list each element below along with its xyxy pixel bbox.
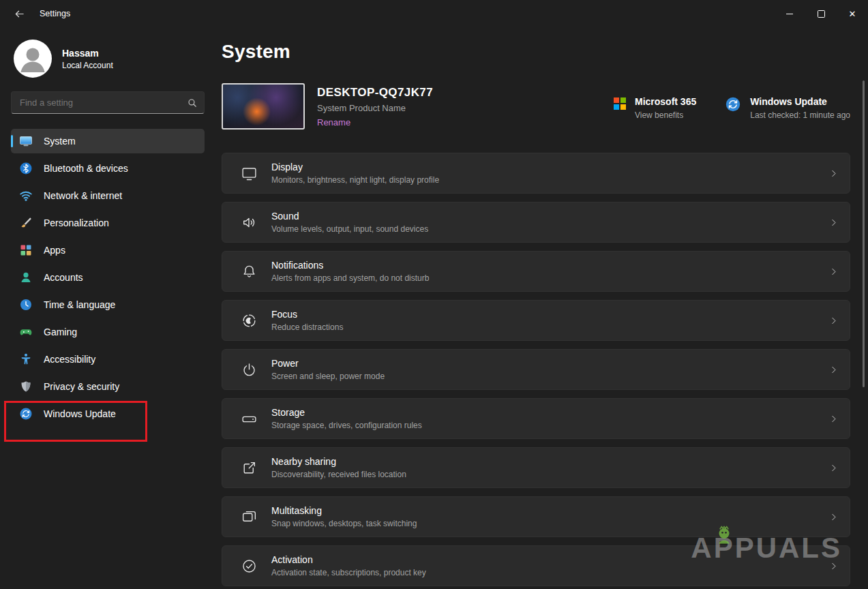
row-title: Sound — [271, 211, 428, 222]
sidebar-item-accessibility[interactable]: Accessibility — [11, 347, 205, 372]
row-title: Activation — [271, 554, 426, 565]
minimize-button[interactable] — [774, 0, 805, 27]
row-title: Storage — [271, 407, 422, 418]
sidebar-item-windows-update[interactable]: Windows Update — [11, 402, 205, 426]
person-icon — [19, 271, 33, 284]
row-title: Notifications — [271, 260, 429, 271]
row-subtitle: Volume levels, output, input, sound devi… — [271, 224, 428, 234]
accessibility-icon — [19, 352, 33, 366]
row-title: Multitasking — [271, 505, 417, 516]
vertical-scrollbar[interactable] — [863, 80, 865, 387]
row-title: Display — [271, 162, 439, 172]
maximize-icon — [818, 10, 825, 18]
settings-row-notifications[interactable]: Notifications Alerts from apps and syste… — [222, 251, 850, 292]
sidebar-item-label: Gaming — [44, 327, 77, 337]
sidebar-item-network-internet[interactable]: Network & internet — [11, 183, 205, 208]
sidebar-item-label: Apps — [44, 245, 65, 256]
sidebar-item-bluetooth-devices[interactable]: Bluetooth & devices — [11, 156, 205, 181]
chevron-right-icon — [828, 414, 839, 424]
avatar — [14, 40, 52, 78]
device-name: DESKTOP-QQ7JK77 — [317, 86, 433, 100]
back-button[interactable] — [7, 3, 31, 25]
settings-row-activation[interactable]: Activation Activation state, subscriptio… — [222, 545, 850, 586]
minimize-icon — [786, 14, 793, 14]
apps-icon — [19, 243, 33, 257]
focus-icon — [241, 312, 258, 329]
maximize-button[interactable] — [805, 0, 837, 27]
sidebar-item-apps[interactable]: Apps — [11, 238, 205, 262]
sidebar-item-label: Accessibility — [44, 354, 95, 365]
row-title: Power — [271, 358, 385, 369]
chevron-right-icon — [828, 561, 839, 571]
sidebar-item-time-language[interactable]: Time & language — [11, 292, 205, 317]
settings-row-power[interactable]: Power Screen and sleep, power mode — [222, 349, 850, 390]
windows-update-icon — [725, 96, 741, 115]
row-subtitle: Discoverability, received files location — [271, 470, 406, 479]
sidebar-item-label: Windows Update — [44, 408, 116, 419]
settings-row-sound[interactable]: Sound Volume levels, output, input, soun… — [222, 202, 850, 243]
settings-row-multitasking[interactable]: Multitasking Snap windows, desktops, tas… — [222, 496, 850, 537]
sidebar-item-label: Network & internet — [44, 190, 122, 201]
share-icon — [241, 459, 258, 477]
chevron-right-icon — [828, 512, 839, 522]
sidebar-item-accounts[interactable]: Accounts — [11, 265, 205, 290]
storage-drive-icon — [241, 410, 258, 427]
sidebar-item-label: System — [44, 136, 76, 147]
sidebar-item-label: Time & language — [44, 299, 115, 310]
device-wallpaper-thumbnail — [222, 83, 305, 130]
windows-update-icon — [19, 407, 33, 421]
microsoft-365-subtitle[interactable]: View benefits — [635, 110, 696, 120]
shield-icon — [19, 380, 33, 393]
system-icon — [19, 134, 33, 148]
sidebar-item-personalization[interactable]: Personalization — [11, 211, 205, 235]
row-title: Focus — [271, 309, 343, 320]
display-icon — [241, 165, 258, 182]
close-icon: ✕ — [849, 10, 856, 18]
multitasking-windows-icon — [241, 509, 258, 526]
sidebar-item-system[interactable]: System — [11, 129, 205, 153]
microsoft-365-card[interactable]: Microsoft 365 View benefits — [614, 96, 696, 120]
chevron-right-icon — [828, 316, 839, 326]
settings-row-nearby-sharing[interactable]: Nearby sharing Discoverability, received… — [222, 447, 850, 488]
sidebar-item-gaming[interactable]: Gaming — [11, 320, 205, 344]
device-header: DESKTOP-QQ7JK77 System Product Name Rena… — [222, 83, 850, 130]
search-box[interactable] — [11, 91, 205, 114]
user-name: Hassam — [62, 48, 113, 59]
chevron-right-icon — [828, 217, 839, 228]
bell-icon — [241, 263, 258, 280]
title-bar: Settings ✕ — [0, 0, 868, 27]
window-title: Settings — [40, 9, 70, 18]
checkmark-circle-icon — [241, 558, 258, 575]
row-subtitle: Alerts from apps and system, do not dist… — [271, 273, 429, 283]
sidebar-item-privacy-security[interactable]: Privacy & security — [11, 374, 205, 399]
device-product-name: System Product Name — [317, 103, 433, 113]
row-subtitle: Activation state, subscriptions, product… — [271, 568, 426, 577]
windows-update-title: Windows Update — [750, 96, 850, 107]
row-title: Nearby sharing — [271, 456, 406, 467]
settings-row-storage[interactable]: Storage Storage space, drives, configura… — [222, 398, 850, 439]
user-profile[interactable]: Hassam Local Account — [11, 37, 205, 91]
windows-update-status-card[interactable]: Windows Update Last checked: 1 minute ag… — [725, 96, 850, 120]
microsoft-logo-icon — [614, 97, 626, 110]
row-subtitle: Storage space, drives, configuration rul… — [271, 421, 422, 430]
search-icon — [188, 98, 197, 108]
chevron-right-icon — [828, 168, 839, 179]
row-subtitle: Reduce distractions — [271, 322, 343, 332]
rename-link[interactable]: Rename — [317, 117, 433, 127]
row-subtitle: Screen and sleep, power mode — [271, 372, 385, 381]
chevron-right-icon — [828, 267, 839, 277]
windows-update-last-checked: Last checked: 1 minute ago — [750, 110, 850, 120]
row-subtitle: Monitors, brightness, night light, displ… — [271, 175, 439, 185]
sidebar-item-label: Accounts — [44, 272, 83, 283]
main-content: System DESKTOP-QQ7JK77 System Product Na… — [215, 27, 868, 589]
close-button[interactable]: ✕ — [837, 0, 868, 27]
page-title: System — [222, 41, 850, 63]
sidebar-item-label: Personalization — [44, 217, 109, 228]
settings-list: Display Monitors, brightness, night ligh… — [222, 153, 850, 586]
sidebar: Hassam Local Account System Bluetooth — [0, 27, 215, 589]
row-subtitle: Snap windows, desktops, task switching — [271, 519, 417, 528]
wifi-icon — [19, 189, 33, 202]
settings-row-display[interactable]: Display Monitors, brightness, night ligh… — [222, 153, 850, 194]
settings-row-focus[interactable]: Focus Reduce distractions — [222, 300, 850, 341]
search-input[interactable] — [18, 97, 188, 108]
